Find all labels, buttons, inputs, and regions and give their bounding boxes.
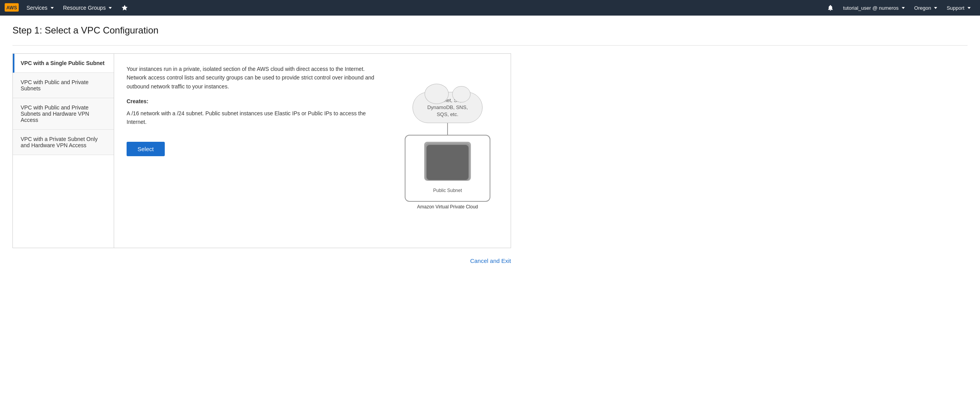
resource-groups-menu[interactable]: Resource Groups <box>58 0 117 16</box>
sidebar-item-private-vpn-label: VPC with a Private Subnet Only and Hardw… <box>21 136 98 148</box>
sidebar-item-public-private-vpn[interactable]: VPC with Public and Private Subnets and … <box>13 98 114 130</box>
sidebar-item-single-public-label: VPC with a Single Public Subnet <box>21 60 104 66</box>
resource-groups-label: Resource Groups <box>63 5 106 11</box>
support-label: Support <box>947 5 964 11</box>
user-chevron-icon <box>902 7 905 9</box>
support-menu[interactable]: Support <box>942 0 975 16</box>
divider <box>12 45 968 46</box>
vpc-description: Your instances run in a private, isolate… <box>127 65 381 237</box>
cancel-exit-button[interactable]: Cancel and Exit <box>470 257 511 264</box>
support-chevron-icon <box>968 7 971 9</box>
sidebar-item-public-private[interactable]: VPC with Public and Private Subnets <box>13 73 114 98</box>
region-label: Oregon <box>914 5 931 11</box>
connector-line <box>447 123 448 135</box>
cloud-label: Internet, S3, DynamoDB, SNS, SQS, etc. <box>427 97 468 117</box>
subnet-stack <box>424 142 471 185</box>
aws-logo[interactable]: AWS <box>5 0 22 16</box>
sidebar-item-private-vpn[interactable]: VPC with a Private Subnet Only and Hardw… <box>13 130 114 155</box>
sidebar-item-public-private-label: VPC with Public and Private Subnets <box>21 79 88 92</box>
navbar-right: tutorial_user @ numeros Oregon Support <box>822 0 975 16</box>
cloud-box: Internet, S3, DynamoDB, SNS, SQS, etc. <box>412 92 483 123</box>
svg-text:AWS: AWS <box>6 5 17 10</box>
sidebar-item-single-public[interactable]: VPC with a Single Public Subnet <box>13 54 114 73</box>
services-chevron-icon <box>51 7 54 9</box>
navbar: AWS Services Resource Groups tutorial_us… <box>0 0 980 16</box>
user-menu[interactable]: tutorial_user @ numeros <box>839 0 910 16</box>
description-paragraph-1: Your instances run in a private, isolate… <box>127 65 381 91</box>
region-chevron-icon <box>934 7 937 9</box>
footer-row: Cancel and Exit <box>12 257 511 264</box>
favorites-icon[interactable] <box>116 0 133 16</box>
notifications-icon[interactable] <box>822 0 839 16</box>
diagram-container: Internet, S3, DynamoDB, SNS, SQS, etc. P… <box>405 92 490 210</box>
page-content: Step 1: Select a VPC Configuration VPC w… <box>0 16 980 393</box>
vpc-label: Amazon Virtual Private Cloud <box>417 204 478 210</box>
select-button[interactable]: Select <box>127 142 165 156</box>
vpc-content-area: Your instances run in a private, isolate… <box>114 54 511 248</box>
services-label: Services <box>26 5 48 11</box>
resource-groups-chevron-icon <box>109 7 112 9</box>
region-menu[interactable]: Oregon <box>909 0 942 16</box>
subnet-label: Public Subnet <box>433 188 462 193</box>
description-paragraph-2: A /16 network with a /24 subnet. Public … <box>127 109 381 127</box>
vpc-diagram: Internet, S3, DynamoDB, SNS, SQS, etc. P… <box>397 65 498 237</box>
sidebar-item-public-private-vpn-label: VPC with Public and Private Subnets and … <box>21 104 89 123</box>
vpc-sidebar: VPC with a Single Public Subnet VPC with… <box>13 54 114 248</box>
vpc-outer-box: Public Subnet <box>405 135 490 202</box>
user-label: tutorial_user @ numeros <box>843 5 899 11</box>
subnet-card-front <box>427 145 469 180</box>
page-title: Step 1: Select a VPC Configuration <box>12 25 968 36</box>
vpc-configuration-card: VPC with a Single Public Subnet VPC with… <box>12 53 511 248</box>
creates-label: Creates: <box>127 97 381 106</box>
services-menu[interactable]: Services <box>22 0 58 16</box>
